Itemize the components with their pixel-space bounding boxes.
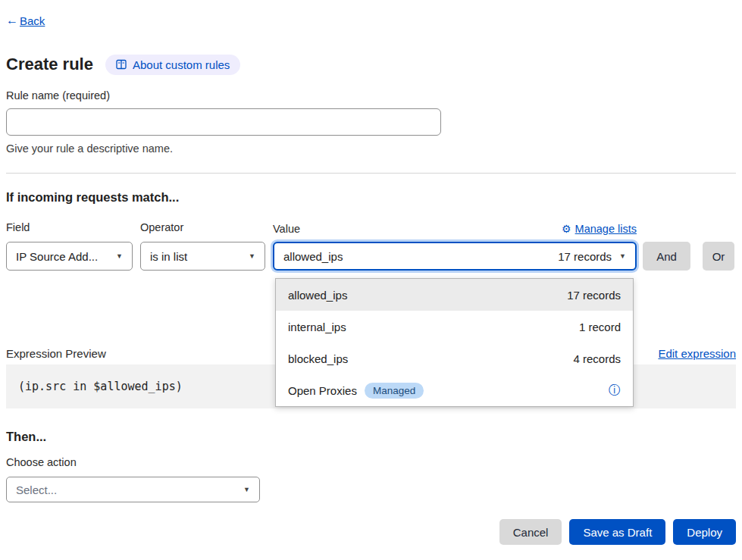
about-custom-rules-link[interactable]: About custom rules [105,55,240,75]
list-option-name: Open Proxies [288,384,357,397]
create-rule-page: ←Back Create rule About custom rules Rul… [0,14,742,545]
choose-action-label: Choose action [6,456,736,470]
match-labels-row: Field Operator Value ⚙ Manage lists [6,221,736,236]
manage-lists-label: Manage lists [575,223,637,235]
value-label: Value [273,223,300,235]
field-label: Field [6,221,133,236]
list-option-allowed-ips[interactable]: allowed_ips 17 records [276,279,633,311]
list-option-blocked-ips[interactable]: blocked_ips 4 records [276,343,633,374]
value-select[interactable]: allowed_ips 17 records ▼ [273,242,637,271]
operator-select[interactable]: is in list ▼ [140,242,265,271]
footer-actions: Cancel Save as Draft Deploy [6,519,736,545]
title-row: Create rule About custom rules [6,53,736,76]
list-option-open-proxies[interactable]: Open Proxies Managed ⓘ [276,374,633,406]
rule-name-help: Give your rule a descriptive name. [6,142,736,158]
back-link[interactable]: ←Back [6,14,45,27]
value-select-value: allowed_ips [283,250,343,263]
edit-expression-link[interactable]: Edit expression [658,347,736,360]
list-option-internal-ips[interactable]: internal_ips 1 record [276,311,633,343]
match-controls-row: IP Source Add... ▼ is in list ▼ allowed_… [6,242,736,271]
list-option-meta: 1 record [579,321,621,333]
field-select-value: IP Source Add... [16,250,98,263]
list-option-meta: 17 records [567,289,621,302]
action-select[interactable]: Select... ▼ [6,477,260,502]
and-button[interactable]: And [643,242,690,271]
list-option-name: blocked_ips [288,352,348,365]
chevron-down-icon: ▼ [116,252,123,260]
save-as-draft-button[interactable]: Save as Draft [569,519,665,545]
list-option-name: allowed_ips [288,289,347,302]
page-title: Create rule [6,55,93,74]
operator-select-value: is in list [150,250,187,263]
about-label: About custom rules [133,58,230,71]
value-select-wrap: allowed_ips 17 records ▼ allowed_ips 17 … [273,242,637,271]
match-section-heading: If incoming requests match... [6,190,736,207]
section-divider [6,173,736,174]
field-select[interactable]: IP Source Add... ▼ [6,242,133,271]
back-arrow-icon: ← [6,14,18,27]
value-select-meta: 17 records [558,250,612,263]
then-heading: Then... [6,430,736,445]
chevron-down-icon: ▼ [243,486,250,493]
manage-lists-link[interactable]: ⚙ Manage lists [562,223,637,235]
operator-label: Operator [140,221,265,236]
list-option-meta: 4 records [573,352,621,365]
list-dropdown-menu: allowed_ips 17 records internal_ips 1 re… [275,278,634,407]
chevron-down-icon: ▼ [619,252,626,260]
cancel-button[interactable]: Cancel [499,519,562,545]
action-select-placeholder: Select... [16,483,57,496]
managed-badge: Managed [365,383,424,399]
or-button[interactable]: Or [703,242,734,271]
back-row: ←Back [6,14,736,29]
list-option-name: internal_ips [288,321,346,333]
expression-preview-label: Expression Preview [6,347,106,360]
expression-code: (ip.src in $allowed_ips) [18,380,183,393]
rule-name-label: Rule name (required) [6,89,736,105]
rule-name-input[interactable] [6,108,441,136]
deploy-button[interactable]: Deploy [673,519,736,545]
info-icon[interactable]: ⓘ [609,383,621,399]
chevron-down-icon: ▼ [249,252,255,260]
gear-icon: ⚙ [562,223,571,235]
book-icon [116,59,127,70]
back-label: Back [20,14,45,27]
